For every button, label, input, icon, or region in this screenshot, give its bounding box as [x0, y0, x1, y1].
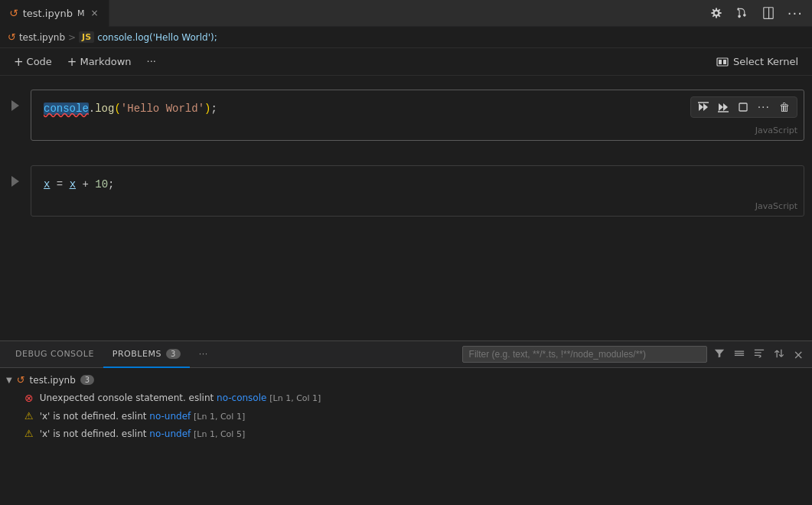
cell-1-body: ··· 🗑 console.log('Hello World'); JavaSc… [31, 90, 804, 141]
panel-more-label: ··· [199, 349, 208, 359]
problem-location-2: [Ln 1, Col 1] [194, 412, 245, 422]
collapse-all-button[interactable] [732, 346, 747, 363]
cell-2-run-button[interactable] [0, 165, 31, 187]
tab-test-ipynb[interactable]: ↺ test.ipynb M × [0, 0, 109, 27]
toolbar-more-label: ··· [147, 56, 156, 67]
cell-more-button[interactable]: ··· [754, 99, 774, 116]
cell-2-code[interactable]: x = x + 10; [31, 166, 804, 216]
cell-2-lang: JavaScript [755, 201, 797, 211]
kernel-icon [716, 56, 729, 68]
cell-2-wrapper: x = x + 10; JavaScript [0, 165, 812, 217]
svg-rect-10 [739, 103, 747, 111]
notebook-toolbar: + Code + Markdown ··· Select Kernel [0, 48, 812, 76]
tab-filename: test.ipynb [23, 8, 73, 19]
cell-2-body: x = x + 10; JavaScript [31, 165, 804, 217]
settings-button[interactable] [706, 3, 726, 23]
cell-1-code[interactable]: console.log('Hello World'); [31, 90, 804, 140]
svg-rect-12 [734, 353, 743, 354]
tab-more[interactable]: ··· [190, 341, 217, 368]
breadcrumb-separator: > [68, 32, 76, 43]
problems-filter-input[interactable] [462, 346, 707, 363]
notebook-content: ··· 🗑 console.log('Hello World'); JavaSc… [0, 76, 812, 340]
breadcrumb: ↺ test.ipynb > JS console.log('Hello Wor… [0, 27, 812, 48]
group-count-badge: 3 [80, 375, 94, 385]
debug-console-label: DEBUG CONSOLE [15, 349, 94, 359]
problem-text-2: 'x' is not defined. eslint no-undef [Ln … [40, 411, 800, 422]
warning-icon-2: ⚠ [24, 410, 34, 422]
svg-rect-2 [723, 60, 726, 64]
problems-group-test-ipynb: ▼ ↺ test.ipynb 3 ⊗ Unexpected console st… [0, 371, 812, 442]
tab-file-icon: ↺ [9, 7, 18, 19]
svg-marker-8 [723, 103, 728, 111]
panel: DEBUG CONSOLE PROBLEMS 3 ··· × [0, 340, 812, 505]
problem-rule-link-2[interactable]: no-undef [149, 411, 191, 422]
problem-rule-link-1[interactable]: no-console [217, 393, 266, 403]
tab-bar: ↺ test.ipynb M × ··· [0, 0, 812, 27]
group-file-icon: ↺ [17, 374, 25, 386]
tab-problems[interactable]: PROBLEMS 3 [103, 341, 190, 368]
tab-close-button[interactable]: × [89, 6, 99, 20]
panel-tabs: DEBUG CONSOLE PROBLEMS 3 ··· × [0, 341, 812, 368]
toolbar-right: Select Kernel [710, 53, 804, 71]
breadcrumb-lang-badge: JS [79, 31, 94, 43]
svg-marker-5 [703, 103, 708, 111]
word-wrap-button[interactable] [752, 346, 767, 363]
tab-debug-console[interactable]: DEBUG CONSOLE [6, 341, 103, 368]
problem-message-3: 'x' is not defined. [40, 428, 119, 439]
svg-marker-3 [11, 100, 19, 111]
problems-count-badge: 3 [166, 349, 181, 359]
run-above-button[interactable] [694, 99, 713, 115]
cell-1-run-button[interactable] [0, 90, 31, 111]
problems-group-header[interactable]: ▼ ↺ test.ipynb 3 [0, 371, 812, 389]
cell-toolbar: ··· 🗑 [690, 96, 797, 118]
svg-rect-14 [734, 354, 743, 355]
plus-icon: + [14, 55, 24, 69]
problem-source-2: eslint [122, 411, 147, 422]
select-kernel-button[interactable]: Select Kernel [710, 53, 804, 71]
group-filename: test.ipynb [30, 375, 76, 386]
add-markdown-label: Markdown [80, 56, 131, 67]
run-below-button[interactable] [714, 99, 732, 115]
problem-message-1: Unexpected console statement. [40, 393, 186, 403]
svg-marker-11 [11, 176, 19, 187]
svg-rect-1 [719, 60, 722, 64]
problem-source-3: eslint [122, 428, 147, 439]
problem-location-1: [Ln 1, Col 1] [269, 393, 321, 403]
problem-rule-link-3[interactable]: no-undef [149, 428, 191, 439]
close-panel-button[interactable]: × [791, 345, 806, 364]
breadcrumb-code[interactable]: console.log('Hello World'); [97, 32, 217, 43]
split-editor-button[interactable] [758, 3, 778, 23]
svg-marker-4 [699, 103, 703, 111]
problem-item-2[interactable]: ⚠ 'x' is not defined. eslint no-undef [L… [0, 407, 812, 425]
problem-item-3[interactable]: ⚠ 'x' is not defined. eslint no-undef [L… [0, 425, 812, 442]
delete-cell-button[interactable]: 🗑 [775, 99, 794, 116]
add-code-label: Code [27, 56, 52, 67]
cell-1-lang: JavaScript [755, 125, 797, 135]
filter-options-button[interactable] [712, 346, 727, 363]
problem-message-2: 'x' is not defined. [40, 411, 119, 422]
breadcrumb-filename[interactable]: test.ipynb [19, 32, 65, 43]
tab-bar-left: ↺ test.ipynb M × [0, 0, 109, 27]
plus-icon-2: + [67, 55, 77, 69]
error-icon-1: ⊗ [24, 392, 34, 404]
expand-panel-button[interactable] [771, 346, 787, 363]
clear-output-button[interactable] [734, 99, 752, 115]
svg-rect-13 [734, 350, 743, 351]
tab-bar-right: ··· [706, 2, 812, 24]
toolbar-more-button[interactable]: ··· [141, 53, 162, 70]
cell-1-wrapper: ··· 🗑 console.log('Hello World'); JavaSc… [0, 90, 812, 141]
problem-location-3: [Ln 1, Col 5] [194, 429, 245, 439]
breadcrumb-file-icon: ↺ [8, 31, 16, 43]
source-control-button[interactable] [732, 3, 752, 23]
panel-content: ▼ ↺ test.ipynb 3 ⊗ Unexpected console st… [0, 368, 812, 505]
tab-modified-indicator: M [77, 8, 85, 18]
add-markdown-button[interactable]: + Markdown [61, 52, 138, 72]
problem-source-1: eslint [189, 393, 214, 403]
problems-label: PROBLEMS [113, 349, 161, 359]
group-collapse-arrow: ▼ [6, 376, 12, 384]
problem-text-1: Unexpected console statement. eslint no-… [40, 393, 800, 403]
problem-text-3: 'x' is not defined. eslint no-undef [Ln … [40, 428, 800, 439]
more-actions-button[interactable]: ··· [784, 2, 806, 24]
problem-item-1[interactable]: ⊗ Unexpected console statement. eslint n… [0, 389, 812, 407]
add-code-button[interactable]: + Code [8, 52, 58, 72]
